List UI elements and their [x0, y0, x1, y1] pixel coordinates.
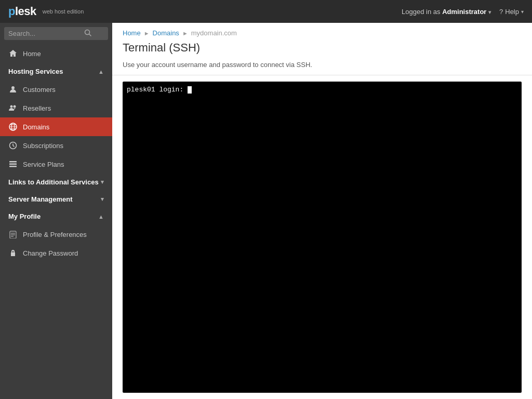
- breadcrumb-sep-1: ►: [144, 30, 150, 36]
- app-header: plesk web host edition Logged in as Admi…: [0, 0, 532, 23]
- my-profile-chevron: ▲: [98, 214, 104, 220]
- sidebar: Home Hosting Services ▲ Customers: [0, 23, 112, 399]
- help-dropdown-arrow: ▾: [521, 9, 524, 15]
- terminal-window[interactable]: plesk01 login:: [123, 82, 522, 393]
- customers-icon: [8, 85, 18, 94]
- logged-in-label: Logged in as Administrator ▾: [402, 8, 491, 16]
- svg-point-4: [14, 105, 16, 108]
- svg-rect-12: [9, 164, 17, 165]
- plesk-logo: plesk: [8, 5, 36, 18]
- my-profile-label: My Profile: [8, 212, 41, 220]
- subscriptions-icon: [8, 141, 18, 150]
- admin-link[interactable]: Administrator ▾: [442, 8, 491, 16]
- sidebar-section-hosting-services[interactable]: Hosting Services ▲: [0, 63, 112, 80]
- search-container: [0, 23, 112, 44]
- logo-subtitle: web host edition: [43, 8, 84, 15]
- admin-dropdown-arrow: ▾: [488, 9, 491, 15]
- breadcrumb-home[interactable]: Home: [123, 29, 141, 37]
- svg-rect-11: [9, 161, 17, 163]
- home-label: Home: [23, 50, 41, 58]
- page-description: Use your account username and password t…: [112, 61, 532, 75]
- links-label: Links to Additional Services: [8, 178, 99, 186]
- terminal-cursor: [188, 86, 192, 94]
- breadcrumb: Home ► Domains ► mydomain.com: [112, 23, 532, 37]
- sidebar-item-home[interactable]: Home: [0, 44, 112, 63]
- sidebar-item-resellers[interactable]: Resellers: [0, 99, 112, 117]
- customers-label: Customers: [23, 86, 56, 94]
- sidebar-section-server-management[interactable]: Server Management ▾: [0, 191, 112, 208]
- header-right: Logged in as Administrator ▾ ? Help ▾: [402, 8, 524, 16]
- svg-rect-13: [9, 166, 17, 167]
- sidebar-item-subscriptions[interactable]: Subscriptions: [0, 136, 112, 155]
- domains-icon: [8, 122, 18, 131]
- hosting-services-label: Hosting Services: [8, 68, 63, 75]
- sidebar-section-my-profile[interactable]: My Profile ▲: [0, 208, 112, 225]
- breadcrumb-domains[interactable]: Domains: [153, 29, 179, 37]
- content-area: Home ► Domains ► mydomain.com Terminal (…: [112, 23, 532, 399]
- sidebar-item-customers[interactable]: Customers: [0, 80, 112, 99]
- breadcrumb-mydomain: mydomain.com: [191, 29, 237, 37]
- main-layout: Home Hosting Services ▲ Customers: [0, 23, 532, 399]
- sidebar-item-profile-preferences[interactable]: Profile & Preferences: [0, 225, 112, 244]
- search-icon: [84, 29, 91, 38]
- help-link[interactable]: ? Help ▾: [499, 8, 524, 16]
- terminal-text: plesk01 login:: [127, 86, 188, 94]
- logo-container: plesk web host edition: [8, 5, 84, 18]
- sidebar-section-links[interactable]: Links to Additional Services ▾: [0, 174, 112, 191]
- svg-point-2: [11, 86, 15, 89]
- resellers-label: Resellers: [23, 104, 51, 112]
- svg-point-3: [10, 105, 13, 108]
- search-input[interactable]: [8, 30, 81, 37]
- search-box: [4, 27, 108, 40]
- profile-preferences-label: Profile & Preferences: [23, 231, 87, 238]
- change-password-icon: [8, 248, 18, 258]
- server-management-chevron: ▾: [101, 196, 104, 203]
- subscriptions-label: Subscriptions: [23, 142, 63, 150]
- links-chevron: ▾: [101, 179, 104, 185]
- profile-preferences-icon: [8, 230, 18, 239]
- service-plans-label: Service Plans: [23, 161, 64, 168]
- hosting-services-chevron: ▲: [98, 69, 104, 75]
- service-plans-icon: [8, 159, 18, 169]
- svg-line-1: [89, 34, 91, 36]
- server-management-label: Server Management: [8, 195, 73, 203]
- change-password-label: Change Password: [23, 249, 78, 257]
- sidebar-item-change-password[interactable]: Change Password: [0, 244, 112, 262]
- page-title: Terminal (SSH): [112, 37, 532, 61]
- home-icon: [8, 49, 18, 58]
- domains-label: Domains: [23, 123, 49, 131]
- breadcrumb-sep-2: ►: [182, 30, 188, 36]
- sidebar-item-domains[interactable]: Domains: [0, 117, 112, 136]
- sidebar-item-service-plans[interactable]: Service Plans: [0, 155, 112, 174]
- resellers-icon: [8, 103, 18, 113]
